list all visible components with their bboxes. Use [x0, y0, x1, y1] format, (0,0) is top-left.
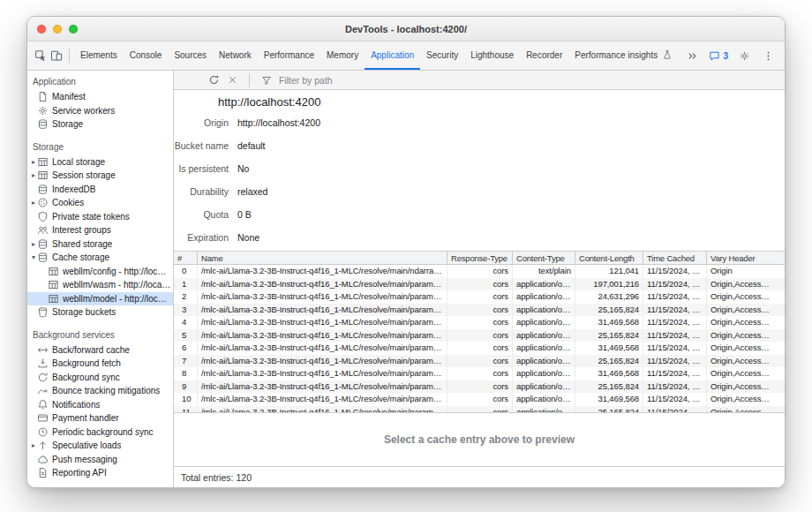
sidebar-item[interactable]: ▸ Speculative loads [27, 439, 173, 453]
cache-entry-row[interactable]: 4 /mlc-ai/Llama-3.2-3B-Instruct-q4f16_1-… [174, 316, 785, 329]
expand-arrow-icon[interactable]: ▸ [30, 240, 37, 248]
sidebar-item[interactable]: ▾ Cache storage [27, 251, 173, 265]
cache-entry-row[interactable]: 11 /mlc-ai/Llama-3.2-3B-Instruct-q4f16_1… [174, 406, 785, 413]
close-window-button[interactable] [37, 25, 46, 34]
sidebar-section-title: Background services [27, 328, 173, 343]
cache-entry-row[interactable]: 5 /mlc-ai/Llama-3.2-3B-Instruct-q4f16_1-… [174, 329, 785, 343]
more-tabs-chevron-icon[interactable] [684, 48, 700, 64]
column-header[interactable]: Response-Type [447, 252, 513, 264]
panel-tab[interactable]: Elements [74, 41, 124, 70]
expand-arrow-icon[interactable]: ▸ [30, 441, 37, 449]
sidebar-item[interactable]: Notifications [27, 398, 173, 412]
panel-tab[interactable]: Security [420, 41, 464, 70]
sidebar-item[interactable]: Bounce tracking mitigations [27, 384, 173, 398]
column-header[interactable]: Name [198, 252, 447, 264]
expand-arrow-icon[interactable]: ▾ [30, 253, 37, 261]
sidebar-item[interactable]: ▸ Shared storage [27, 237, 173, 252]
cache-entry-row[interactable]: 1 /mlc-ai/Llama-3.2-3B-Instruct-q4f16_1-… [174, 278, 785, 291]
sidebar-item[interactable]: IndexedDB [27, 183, 173, 197]
sidebar-item[interactable]: ▸ Session storage [27, 169, 173, 183]
cache-entry-row[interactable]: 9 /mlc-ai/Llama-3.2-3B-Instruct-q4f16_1-… [174, 380, 785, 394]
sidebar-item[interactable]: Interest groups [27, 223, 173, 237]
panel-tab[interactable]: Application [365, 41, 420, 70]
sidebar-item[interactable]: ▸ Cookies [27, 196, 173, 210]
sidebar-item[interactable]: Periodic background sync [27, 425, 173, 440]
console-messages-button[interactable]: 3 [708, 49, 728, 62]
panel-tab[interactable]: Network [213, 41, 258, 70]
sidebar-item[interactable]: Storage [27, 117, 173, 132]
expand-arrow-icon[interactable]: ▸ [30, 158, 37, 166]
panel-tab-label: Memory [327, 50, 358, 60]
sidebar-item[interactable]: Storage buckets [27, 305, 173, 320]
overview-value: 0 B [237, 209, 252, 220]
overview-label: Quota [174, 209, 229, 220]
sidebar-item[interactable]: Payment handler [27, 411, 173, 425]
panel-tab[interactable]: Memory [320, 41, 365, 70]
table-icon [37, 156, 49, 168]
cell-index: 10 [174, 393, 198, 406]
column-header[interactable]: # [174, 252, 198, 264]
panel-tab[interactable]: Sources [168, 41, 213, 70]
sidebar-item[interactable]: Background fetch [27, 357, 173, 371]
cell-content-type: application/oc… [513, 329, 575, 343]
sidebar-section-application: Application Manifest Service work [27, 74, 173, 132]
sidebar-item[interactable]: ▸ Local storage [27, 155, 173, 169]
cell-content-type: application/oc… [513, 406, 575, 413]
zoom-window-button[interactable] [69, 25, 78, 34]
panel-tab[interactable]: Performance insights [568, 41, 679, 70]
column-header[interactable]: Time Cached [643, 252, 707, 264]
titlebar[interactable]: DevTools - localhost:4200/ [27, 17, 785, 41]
cache-entry-row[interactable]: 2 /mlc-ai/Llama-3.2-3B-Instruct-q4f16_1-… [174, 290, 785, 304]
kebab-menu-icon[interactable] [760, 48, 776, 64]
inspect-element-icon[interactable] [33, 48, 49, 64]
filter-by-path-input[interactable] [279, 75, 438, 86]
sidebar-item[interactable]: webllm/model - http://loc… [27, 292, 173, 306]
cell-name: /mlc-ai/Llama-3.2-3B-Instruct-q4f16_1-ML… [198, 380, 447, 394]
sidebar-item-label: Payment handler [52, 413, 119, 423]
service-workers-icon [37, 105, 49, 117]
delete-selected-icon[interactable] [226, 74, 238, 87]
column-header[interactable]: Vary Header [707, 252, 785, 264]
sidebar-section-storage: Storage ▸ Local storage ▸ Session s [27, 139, 173, 320]
cell-time-cached: 11/15/2024, 10… [643, 342, 707, 355]
cache-entry-row[interactable]: 8 /mlc-ai/Llama-3.2-3B-Instruct-q4f16_1-… [174, 367, 785, 380]
cell-index: 7 [174, 355, 198, 368]
sidebar-item[interactable]: Manifest [27, 90, 173, 104]
cache-storage-panel: http://localhost:4200 Origin http://loca… [174, 71, 785, 487]
refresh-icon[interactable] [207, 74, 220, 87]
panel-tab-label: Sources [174, 50, 207, 60]
cache-entry-row[interactable]: 0 /mlc-ai/Llama-3.2-3B-Instruct-q4f16_1-… [174, 265, 785, 278]
sidebar-item[interactable]: Service workers [27, 104, 173, 118]
sidebar-item[interactable]: webllm/wasm - http://loca… [27, 278, 173, 292]
sidebar-item[interactable]: webllm/config - http://loc… [27, 265, 173, 279]
table-body: 0 /mlc-ai/Llama-3.2-3B-Instruct-q4f16_1-… [174, 265, 785, 412]
cell-name: /mlc-ai/Llama-3.2-3B-Instruct-q4f16_1-ML… [198, 316, 447, 329]
cache-entry-row[interactable]: 6 /mlc-ai/Llama-3.2-3B-Instruct-q4f16_1-… [174, 342, 785, 355]
panel-tab[interactable]: Recorder [520, 41, 568, 70]
sidebar-item[interactable]: Reporting API [27, 466, 173, 480]
expand-arrow-icon[interactable]: ▸ [30, 199, 37, 207]
cell-index: 4 [174, 316, 198, 329]
cell-content-length: 25,165,824 [575, 380, 643, 394]
panel-tab[interactable]: Performance [258, 41, 320, 70]
message-count-badge: 3 [723, 51, 728, 61]
expand-arrow-icon[interactable]: ▸ [30, 171, 37, 179]
cell-name: /mlc-ai/Llama-3.2-3B-Instruct-q4f16_1-ML… [198, 278, 447, 291]
settings-gear-icon[interactable] [736, 48, 752, 64]
sidebar-section-title: Storage [27, 139, 173, 155]
sidebar-item[interactable]: Push messaging [27, 453, 173, 467]
device-toolbar-icon[interactable] [49, 48, 64, 64]
cell-response-type: cors [447, 290, 513, 304]
sidebar-item-label: Session storage [52, 170, 116, 180]
minimize-window-button[interactable] [53, 25, 62, 34]
column-header[interactable]: Content-Type [513, 252, 575, 264]
cache-entry-row[interactable]: 7 /mlc-ai/Llama-3.2-3B-Instruct-q4f16_1-… [174, 355, 785, 368]
panel-tab[interactable]: Console [124, 41, 169, 70]
panel-tab[interactable]: Lighthouse [464, 41, 520, 70]
sidebar-item[interactable]: Private state tokens [27, 210, 173, 224]
cache-entry-row[interactable]: 3 /mlc-ai/Llama-3.2-3B-Instruct-q4f16_1-… [174, 304, 785, 317]
sidebar-item[interactable]: Back/forward cache [27, 343, 173, 358]
cache-entry-row[interactable]: 10 /mlc-ai/Llama-3.2-3B-Instruct-q4f16_1… [174, 393, 785, 406]
sidebar-item[interactable]: Background sync [27, 371, 173, 385]
column-header[interactable]: Content-Length [575, 252, 643, 264]
